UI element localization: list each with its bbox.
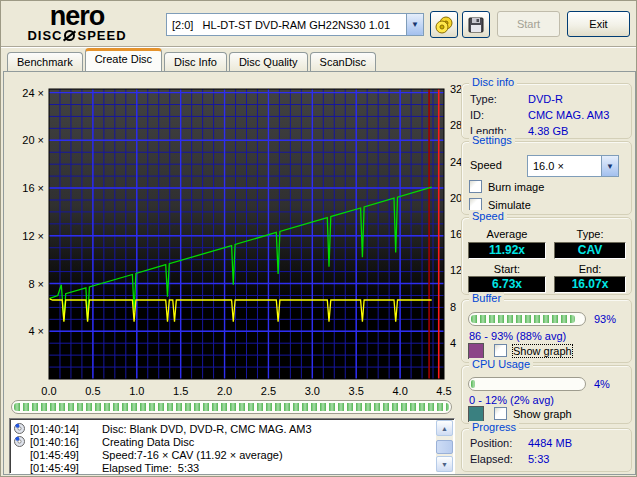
- log-message: Speed:7-16 × CAV (11.92 × average): [102, 449, 283, 461]
- y-axis-left-tick: 12 ×: [22, 230, 44, 242]
- start-label: Start:: [468, 263, 546, 275]
- disc-info-title: Disc info: [469, 76, 517, 88]
- progress-groupbox: Progress Position:4484 MB Elapsed:5:33: [461, 428, 632, 472]
- y-axis-left-tick: 20 ×: [22, 134, 44, 146]
- settings-groupbox: Settings Speed 16.0 × ▼ Burn image Simul…: [461, 141, 632, 215]
- buffer-level-bar: [468, 312, 586, 326]
- log-timestamp: [01:45:49]: [30, 449, 94, 461]
- cpu-level-fill: [471, 380, 475, 388]
- log-entry: [01:45:49]Speed:7-16 × CAV (11.92 × aver…: [14, 448, 283, 461]
- end-speed-display: 16.07x: [554, 276, 626, 293]
- scroll-down-arrow-icon[interactable]: ▼: [436, 456, 453, 472]
- buffer-title: Buffer: [469, 292, 504, 304]
- log-message: Disc: Blank DVD, DVD-R, CMC MAG. AM3: [102, 423, 312, 435]
- buffer-range: 86 - 93% (88% avg): [469, 330, 566, 342]
- chevron-down-icon[interactable]: ▼: [406, 14, 423, 35]
- drive-select-combobox[interactable]: [2:0] HL-DT-ST DVD-RAM GH22NS30 1.01 ▼: [166, 13, 424, 36]
- checkbox-box[interactable]: [494, 344, 507, 357]
- start-speed-display: 6.73x: [468, 276, 546, 293]
- elapsed-row: Elapsed:5:33: [470, 453, 625, 465]
- app-logo: nero DISC SPEED: [17, 4, 137, 43]
- chevron-down-icon[interactable]: ▼: [601, 156, 618, 176]
- y-axis-right-tick: 12: [450, 264, 461, 276]
- tab-create-disc[interactable]: Create Disc: [85, 48, 162, 71]
- speed-select-label: Speed: [470, 159, 502, 171]
- burn-image-checkbox[interactable]: Burn image: [469, 180, 544, 193]
- buffer-color-swatch[interactable]: [468, 343, 484, 359]
- speed-select-combobox[interactable]: 16.0 × ▼: [527, 155, 619, 177]
- log-scrollbar[interactable]: ▲ ▼: [436, 420, 453, 472]
- log-entry: [01:40:14]Disc: Blank DVD, DVD-R, CMC MA…: [14, 422, 312, 435]
- y-axis-left-tick: 8 ×: [28, 278, 44, 290]
- disc-logo-icon: [64, 30, 75, 41]
- log-timestamp: [01:40:16]: [30, 436, 94, 448]
- gold-discs-icon: [434, 15, 454, 35]
- floppy-disk-icon: [468, 17, 484, 33]
- checkbox-box[interactable]: [494, 407, 507, 420]
- start-button[interactable]: Start: [497, 11, 560, 37]
- cpu-show-graph-checkbox[interactable]: Show graph: [494, 407, 572, 420]
- end-label: End:: [554, 263, 626, 275]
- y-axis-right-tick: 16: [450, 228, 461, 240]
- average-label: Average: [468, 228, 546, 240]
- x-axis-tick: 4.5: [436, 385, 451, 397]
- scroll-up-arrow-icon[interactable]: ▲: [436, 420, 453, 436]
- tab-disc-quality[interactable]: Disc Quality: [229, 52, 308, 71]
- header-bar: nero DISC SPEED [2:0] HL-DT-ST DVD-RAM G…: [1, 1, 636, 47]
- y-axis-right-tick: 20: [450, 192, 461, 204]
- log-entry: [01:45:49]Elapsed Time: 5:33: [14, 461, 199, 474]
- log-timestamp: [01:40:14]: [30, 423, 94, 435]
- cpu-groupbox: CPU Usage 4% 0 - 12% (2% avg) Show graph: [461, 365, 632, 424]
- log-entry: [01:40:16]Creating Data Disc: [14, 435, 194, 448]
- buffer-groupbox: Buffer 93% 86 - 93% (88% avg) Show graph: [461, 299, 632, 363]
- y-axis-right-tick: 8: [450, 301, 456, 313]
- disc-event-icon: [14, 423, 28, 434]
- speed-groupbox: Speed Average Type: 11.92x CAV Start: En…: [461, 217, 632, 295]
- progress-title: Progress: [469, 421, 519, 433]
- speed-chart: 24 ×20 ×16 ×12 ×8 ×4 ×322824201612840.00…: [1, 81, 461, 401]
- cpu-show-graph-label: Show graph: [513, 408, 572, 420]
- settings-title: Settings: [469, 134, 515, 146]
- buffer-percent: 93%: [594, 313, 616, 325]
- x-axis-tick: 0.0: [41, 385, 56, 397]
- disc-length-value: 4.38 GB: [528, 125, 568, 137]
- overall-progress-bar: [11, 400, 452, 414]
- cpu-color-swatch[interactable]: [468, 406, 484, 422]
- x-axis-tick: 0.5: [85, 385, 100, 397]
- x-axis-tick: 1.0: [129, 385, 144, 397]
- logo-speed-text: SPEED: [77, 28, 126, 43]
- tab-strip: Benchmark Create Disc Disc Info Disc Qua…: [7, 50, 378, 71]
- logo-disc-text: DISC: [27, 28, 62, 43]
- buffer-show-graph-checkbox[interactable]: Show graph: [494, 344, 572, 357]
- cpu-title: CPU Usage: [469, 358, 533, 370]
- disc-info-groupbox: Disc info Type:DVD-R ID:CMC MAG. AM3 Len…: [461, 83, 632, 139]
- x-axis-tick: 4.0: [392, 385, 407, 397]
- disc-id-value: CMC MAG. AM3: [528, 109, 609, 121]
- x-axis-tick: 2.0: [217, 385, 232, 397]
- app-window: nero DISC SPEED [2:0] HL-DT-ST DVD-RAM G…: [0, 0, 637, 477]
- save-button[interactable]: [462, 11, 490, 38]
- buffer-show-graph-label: Show graph: [513, 345, 572, 357]
- tab-disc-info[interactable]: Disc Info: [164, 52, 227, 71]
- status-log: [01:40:14]Disc: Blank DVD, DVD-R, CMC MA…: [9, 418, 455, 474]
- disc-type-value: DVD-R: [528, 93, 563, 105]
- cpu-range: 0 - 12% (2% avg): [469, 394, 554, 406]
- eject-disc-button[interactable]: [430, 11, 458, 38]
- y-axis-right-tick: 4: [450, 337, 456, 349]
- disc-id-row: ID:CMC MAG. AM3: [470, 109, 625, 121]
- y-axis-right-tick: 24: [450, 156, 461, 168]
- checkbox-box[interactable]: [469, 180, 482, 193]
- position-value: 4484 MB: [528, 437, 572, 449]
- simulate-label: Simulate: [488, 199, 531, 211]
- x-axis-tick: 1.5: [173, 385, 188, 397]
- tab-scandisc[interactable]: ScanDisc: [310, 52, 376, 71]
- x-axis-tick: 3.5: [349, 385, 364, 397]
- tab-benchmark[interactable]: Benchmark: [7, 52, 83, 71]
- y-axis-right-tick: 28: [450, 119, 461, 131]
- speed-select-value: 16.0 ×: [528, 160, 601, 172]
- exit-button[interactable]: Exit: [567, 11, 630, 37]
- drive-select-value: [2:0] HL-DT-ST DVD-RAM GH22NS30 1.01: [167, 19, 406, 31]
- y-axis-left-tick: 16 ×: [22, 182, 44, 194]
- y-axis-right-tick: 32: [450, 83, 461, 95]
- scrollbar-thumb[interactable]: [436, 440, 453, 454]
